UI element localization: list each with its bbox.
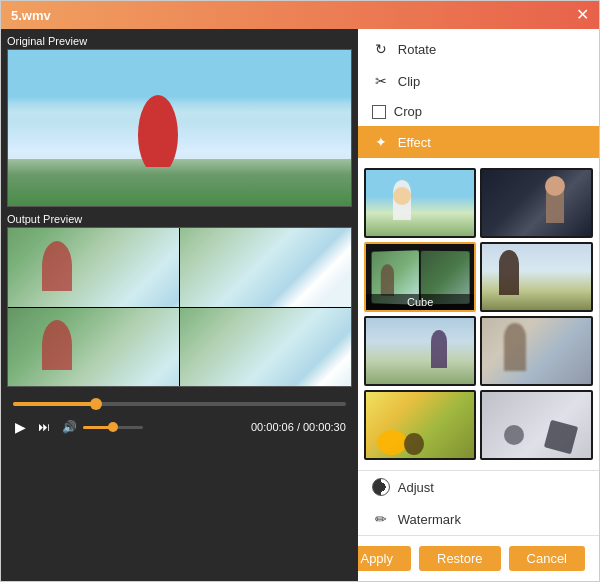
bottom-menu: Adjust ✏ Watermark [358, 470, 599, 535]
menu-item-rotate[interactable]: ↻ Rotate [358, 33, 599, 65]
split-cell-3 [8, 308, 179, 387]
menu-item-crop[interactable]: Crop [358, 97, 599, 126]
split-person-1 [42, 241, 72, 291]
window-title: 5.wmv [11, 8, 51, 23]
effects-grid: Cube [364, 168, 593, 460]
split-inner-3 [8, 308, 179, 387]
split-cell-1 [8, 228, 179, 307]
seek-bar-fill [13, 402, 96, 406]
effect-cell-2[interactable] [480, 168, 593, 238]
footer: Apply Restore Cancel [358, 535, 599, 581]
crop-label: Crop [394, 104, 422, 119]
seek-bar-track[interactable] [13, 402, 346, 406]
output-preview-label: Output Preview [7, 213, 352, 225]
adjust-icon [372, 478, 390, 496]
app-window: 5.wmv ✕ Original Preview Output Preview [0, 0, 600, 582]
menu-item-effect[interactable]: ✦ Effect [358, 126, 599, 158]
apply-button[interactable]: Apply [358, 546, 411, 571]
split-inner-2 [180, 228, 351, 307]
volume-icon: 🔊 [60, 418, 79, 436]
split-inner-4 [180, 308, 351, 387]
main-content: Original Preview Output Preview [1, 29, 599, 581]
next-frame-button[interactable]: ⏭ [36, 418, 52, 436]
output-video-frame [8, 228, 351, 386]
right-menu: ↻ Rotate ✂ Clip Crop ✦ Effect [358, 29, 599, 162]
menu-item-clip[interactable]: ✂ Clip [358, 65, 599, 97]
menu-item-adjust[interactable]: Adjust [358, 471, 599, 503]
effect-icon: ✦ [372, 133, 390, 151]
output-preview-section: Output Preview [7, 213, 352, 387]
clip-icon: ✂ [372, 72, 390, 90]
effect-cell-5[interactable] [480, 316, 593, 386]
time-separator: / [294, 421, 303, 433]
output-preview-box [7, 227, 352, 387]
cube-label: Cube [366, 294, 475, 310]
total-time: 00:00:30 [303, 421, 346, 433]
effect-cell-7[interactable] [480, 390, 593, 460]
close-button[interactable]: ✕ [576, 7, 589, 23]
wave-decoration [8, 97, 351, 159]
playback-controls: ▶ ⏭ 🔊 00:00:06 / 00:00:30 [13, 417, 346, 437]
clip-label: Clip [398, 74, 420, 89]
original-preview-box [7, 49, 352, 207]
seek-bar-container[interactable] [13, 397, 346, 411]
volume-track[interactable] [83, 426, 143, 429]
split-cell-4 [180, 308, 351, 387]
split-person-2 [42, 320, 72, 370]
effect-label: Effect [398, 135, 431, 150]
effect-cell-1[interactable] [364, 168, 477, 238]
controls-area: ▶ ⏭ 🔊 00:00:06 / 00:00:30 [7, 393, 352, 439]
rotate-label: Rotate [398, 42, 436, 57]
rotate-icon: ↻ [372, 40, 390, 58]
effect-cell-4[interactable] [364, 316, 477, 386]
restore-button[interactable]: Restore [419, 546, 501, 571]
original-video-frame [8, 50, 351, 206]
play-button[interactable]: ▶ [13, 417, 28, 437]
cancel-button[interactable]: Cancel [509, 546, 585, 571]
menu-item-watermark[interactable]: ✏ Watermark [358, 503, 599, 535]
adjust-label: Adjust [398, 480, 434, 495]
titlebar: 5.wmv ✕ [1, 1, 599, 29]
time-display: 00:00:06 / 00:00:30 [251, 421, 346, 433]
crop-icon [372, 105, 386, 119]
effect-cell-cube[interactable]: Cube [364, 242, 477, 312]
watermark-label: Watermark [398, 512, 461, 527]
left-panel: Original Preview Output Preview [1, 29, 358, 581]
effect-cell-6[interactable] [364, 390, 477, 460]
current-time: 00:00:06 [251, 421, 294, 433]
split-cell-2 [180, 228, 351, 307]
original-preview-section: Original Preview [7, 35, 352, 207]
watermark-icon: ✏ [372, 510, 390, 528]
effect-cell-3[interactable] [480, 242, 593, 312]
original-preview-label: Original Preview [7, 35, 352, 47]
volume-thumb[interactable] [108, 422, 118, 432]
seek-bar-thumb[interactable] [90, 398, 102, 410]
effects-grid-container: Cube [358, 162, 599, 470]
split-inner-1 [8, 228, 179, 307]
volume-section: 🔊 [60, 418, 143, 436]
right-panel: ↻ Rotate ✂ Clip Crop ✦ Effect [358, 29, 599, 581]
